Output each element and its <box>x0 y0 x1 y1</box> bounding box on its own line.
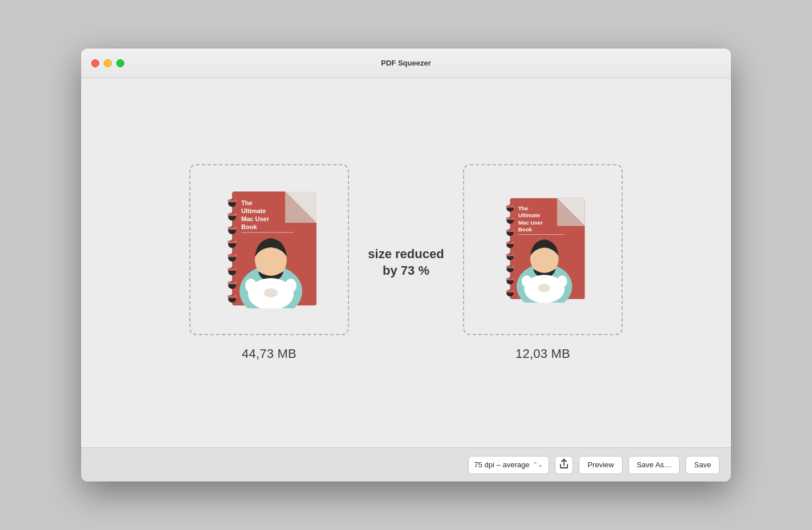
svg-rect-28 <box>228 282 237 284</box>
original-file-panel: The Ultimate Mac User Book <box>189 164 349 361</box>
svg-rect-58 <box>506 278 514 280</box>
svg-point-40 <box>521 275 531 287</box>
svg-text:Ultimate: Ultimate <box>518 212 540 218</box>
quality-select[interactable]: 75 dpi – average ⌃⌄ <box>468 456 550 474</box>
svg-rect-59 <box>506 290 514 292</box>
main-content: The Ultimate Mac User Book <box>81 78 731 447</box>
quality-label: 75 dpi – average <box>474 460 530 469</box>
svg-rect-56 <box>506 254 514 256</box>
svg-rect-52 <box>506 205 514 207</box>
original-dashed-box: The Ultimate Mac User Book <box>189 164 349 335</box>
share-button[interactable] <box>555 456 573 474</box>
svg-text:Mac User: Mac User <box>241 215 270 222</box>
toolbar: 75 dpi – average ⌃⌄ Preview Save As… Sav… <box>81 447 731 482</box>
chevron-updown-icon: ⌃⌄ <box>533 461 543 468</box>
reduction-line1: size reduced <box>368 246 444 263</box>
compressed-dashed-box: The Ultimate Mac User Book <box>463 164 623 335</box>
svg-text:Book: Book <box>241 223 257 230</box>
original-book-icon: The Ultimate Mac User Book <box>220 191 319 308</box>
minimize-button[interactable] <box>104 59 112 67</box>
window-title: PDF Squeezer <box>381 59 431 67</box>
svg-rect-57 <box>506 266 514 268</box>
share-icon <box>559 459 569 471</box>
svg-rect-22 <box>228 199 237 202</box>
reduction-line2: by 73 % <box>383 263 429 279</box>
reduction-label: size reduced by 73 % <box>349 246 463 279</box>
save-as-button[interactable]: Save As… <box>628 456 680 474</box>
compressed-size: 12,03 MB <box>515 346 570 361</box>
titlebar: PDF Squeezer <box>81 48 731 78</box>
svg-text:Mac User: Mac User <box>518 219 542 225</box>
svg-point-9 <box>264 288 278 297</box>
svg-rect-26 <box>228 254 237 257</box>
compressed-book-icon: The Ultimate Mac User Book <box>499 197 587 303</box>
svg-rect-25 <box>228 240 237 243</box>
svg-rect-23 <box>228 213 237 216</box>
comparison-area: The Ultimate Mac User Book <box>98 95 714 430</box>
traffic-lights <box>91 59 124 67</box>
compressed-file-panel: The Ultimate Mac User Book <box>463 164 623 361</box>
svg-text:The: The <box>241 199 253 206</box>
svg-point-10 <box>245 279 257 292</box>
svg-rect-27 <box>228 268 237 271</box>
svg-text:Ultimate: Ultimate <box>241 207 266 214</box>
svg-text:Book: Book <box>518 226 532 233</box>
svg-rect-55 <box>506 241 514 243</box>
svg-rect-29 <box>228 295 237 298</box>
save-button[interactable]: Save <box>685 456 720 474</box>
original-size: 44,73 MB <box>242 346 297 361</box>
maximize-button[interactable] <box>116 59 124 67</box>
svg-point-41 <box>557 275 567 287</box>
svg-rect-54 <box>506 229 514 231</box>
app-window: PDF Squeezer The Ultimate Mac User Book <box>81 48 731 482</box>
svg-point-11 <box>285 279 297 292</box>
svg-rect-53 <box>506 217 514 219</box>
close-button[interactable] <box>91 59 99 67</box>
preview-button[interactable]: Preview <box>579 456 622 474</box>
svg-text:The: The <box>518 205 528 211</box>
svg-rect-24 <box>228 227 237 230</box>
svg-point-39 <box>538 284 550 292</box>
